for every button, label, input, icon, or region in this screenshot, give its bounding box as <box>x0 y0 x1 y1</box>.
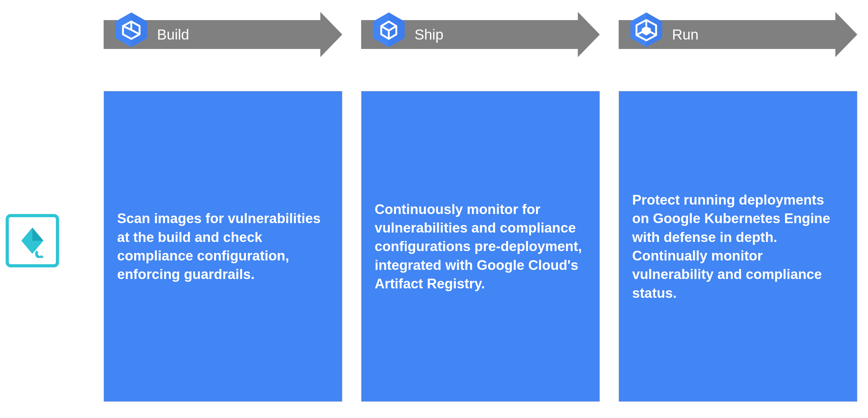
stage-ship: Ship Continuously monitor for vulnerabil… <box>361 0 600 402</box>
stage-run: Run Protect running deployments on Googl… <box>619 0 857 402</box>
arrow-ship: Ship <box>361 16 600 53</box>
artifact-registry-icon <box>370 11 408 49</box>
card-build-text: Scan images for vulnerabilities at the b… <box>117 209 329 284</box>
gke-icon <box>627 11 665 49</box>
svg-marker-1 <box>32 227 43 241</box>
cloud-build-icon <box>113 11 150 49</box>
card-ship: Continuously monitor for vulnerabilities… <box>361 91 600 402</box>
stage-build: Build Scan images for vulnerabilities at… <box>104 0 342 402</box>
arrow-head-icon <box>578 12 600 57</box>
arrow-head-icon <box>835 12 857 57</box>
arrow-run: Run <box>619 16 857 53</box>
arrow-build: Build <box>104 16 342 53</box>
card-run-text: Protect running deployments on Google Ku… <box>632 191 844 302</box>
svg-point-2 <box>35 249 45 258</box>
card-run: Protect running deployments on Google Ku… <box>619 91 857 402</box>
side-badge-icon <box>6 214 59 267</box>
card-build: Scan images for vulnerabilities at the b… <box>104 91 342 402</box>
arrow-head-icon <box>320 12 342 57</box>
card-ship-text: Continuously monitor for vulnerabilities… <box>375 200 586 293</box>
